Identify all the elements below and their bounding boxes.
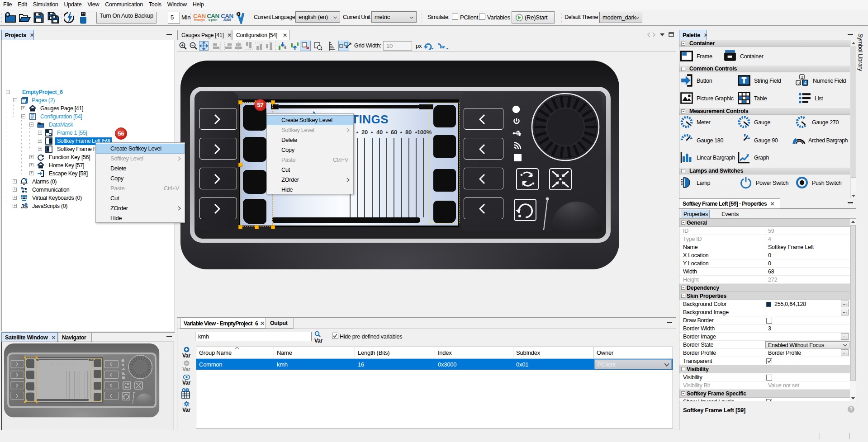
svg-text:3: 3 [797,81,800,85]
svg-text:4: 4 [804,80,807,85]
svg-text:2: 2 [801,75,803,80]
